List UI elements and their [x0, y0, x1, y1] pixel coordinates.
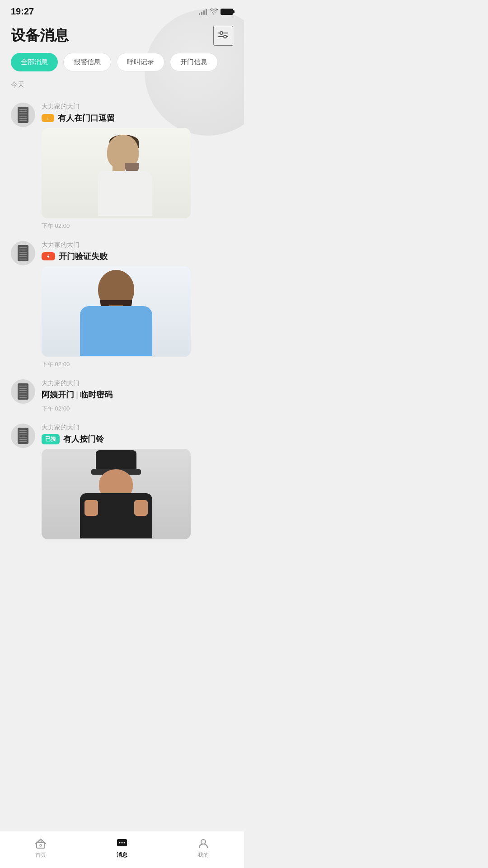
device-avatar [11, 241, 35, 265]
event-text: 有人在门口逗留 [58, 113, 115, 123]
device-name: 大力家的大门 [42, 241, 233, 249]
body [98, 171, 152, 216]
svg-marker-6 [47, 254, 50, 259]
message-content: 大力家的大门 开门验证失败 [42, 241, 233, 368]
beard [125, 163, 139, 172]
device-name: 大力家的大门 [42, 424, 233, 432]
tab-alarm-info[interactable]: 报警信息 [63, 53, 111, 71]
filter-sliders-icon [217, 29, 230, 42]
message-time: 下午 02:00 [42, 405, 233, 413]
tab-call-records[interactable]: 呼叫记录 [117, 53, 164, 71]
device-avatar [11, 379, 35, 404]
event-row: 已接 有人按门铃 [42, 434, 233, 444]
danger-badge [42, 252, 55, 260]
message-time: 下午 02:00 [42, 360, 233, 368]
body [80, 306, 152, 356]
device-lock-icon [18, 428, 28, 444]
event-text: 阿姨开门|临时密码 [42, 389, 113, 400]
device-name: 大力家的大门 [42, 379, 233, 387]
device-avatar [11, 424, 35, 448]
success-badge: 已接 [42, 434, 60, 444]
event-text: 有人按门铃 [63, 434, 104, 444]
event-row: 开门验证失败 [42, 251, 233, 262]
svg-point-2 [220, 32, 223, 34]
lightning-icon [45, 254, 52, 259]
message-item[interactable]: 大力家的大门 开门验证失败 [7, 234, 237, 372]
filter-button[interactable] [213, 26, 233, 46]
message-list: 大力家的大门 ! 有人在门口逗留 [0, 95, 244, 547]
device-lock-icon [18, 383, 28, 400]
event-text: 开门验证失败 [59, 251, 108, 262]
svg-text:!: ! [47, 117, 49, 121]
hat [96, 450, 136, 471]
person-figure [71, 268, 161, 356]
device-avatar [11, 103, 35, 127]
device-lock-icon [18, 107, 28, 123]
snapshot-image[interactable] [42, 266, 191, 357]
person-silhouette [42, 266, 191, 357]
right-hand [134, 500, 148, 516]
message-item[interactable]: 大力家的大门 阿姨开门|临时密码 下午 02:00 [7, 372, 237, 416]
status-time: 19:27 [11, 6, 34, 17]
left-hand [84, 500, 98, 516]
page-header: 设备消息 [0, 21, 244, 53]
person-figure [80, 130, 152, 216]
filter-tabs: 全部消息 报警信息 呼叫记录 开门信息 [0, 53, 244, 80]
message-content: 大力家的大门 阿姨开门|临时密码 下午 02:00 [42, 379, 233, 413]
message-time: 下午 02:00 [42, 222, 233, 230]
device-lock-icon [18, 245, 28, 261]
snapshot-image[interactable] [42, 449, 191, 539]
warning-badge: ! [42, 114, 54, 122]
message-content: 大力家的大门 已接 有人按门铃 [42, 424, 233, 543]
tab-all-messages[interactable]: 全部消息 [11, 53, 58, 71]
page-title: 设备消息 [11, 26, 69, 46]
message-item[interactable]: 大力家的大门 已接 有人按门铃 [7, 416, 237, 547]
person-silhouette [42, 449, 191, 539]
person-silhouette [42, 128, 191, 218]
tab-door-info[interactable]: 开门信息 [170, 53, 218, 71]
event-row: 阿姨开门|临时密码 [42, 389, 233, 400]
battery-icon [221, 9, 233, 15]
person-figure [71, 450, 161, 538]
svg-point-3 [224, 35, 226, 38]
warning-icon: ! [45, 115, 51, 121]
snapshot-image[interactable] [42, 128, 191, 218]
